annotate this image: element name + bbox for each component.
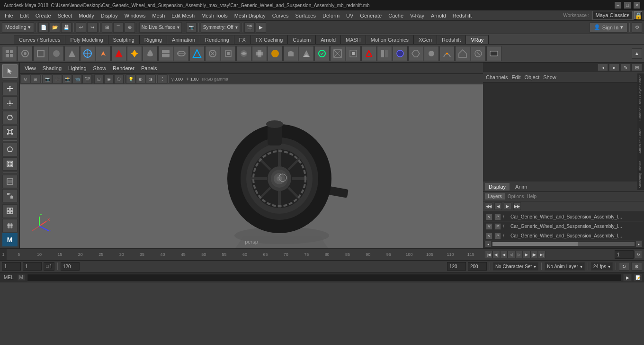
shelf-icon-16[interactable]: [236, 46, 251, 61]
cb-layer-editor-label[interactable]: Channel Box / Layer Editor: [637, 73, 644, 123]
shelf-tab-xgen[interactable]: XGen: [414, 35, 437, 44]
menu-arnold[interactable]: Arnold: [428, 12, 449, 19]
shelf-icon-24[interactable]: [361, 46, 376, 61]
layer-p-btn-2[interactable]: P: [494, 223, 501, 230]
shelf-icon-25[interactable]: [377, 46, 392, 61]
vp-icon-lights[interactable]: 💡: [126, 74, 135, 84]
go-end-btn[interactable]: ▶|: [538, 251, 546, 258]
shelf-icon-10[interactable]: [143, 46, 158, 61]
vp-icon-shaded[interactable]: ◉: [104, 74, 114, 84]
modeling-toolkit-label[interactable]: Modeling Toolkit: [637, 159, 644, 190]
layer-p-btn-3[interactable]: P: [494, 233, 501, 239]
menu-mesh[interactable]: Mesh: [149, 12, 168, 19]
mel-python-toggle[interactable]: M: [18, 274, 25, 281]
vp-icon-shadows[interactable]: ◐: [136, 74, 145, 84]
timeline-ruler[interactable]: 5 10 15 20 25 30 35 40 45 50 55 60 65 70…: [7, 249, 483, 260]
maximize-button[interactable]: □: [624, 2, 631, 9]
shelf-icon-15[interactable]: [221, 46, 236, 61]
script-editor-btn[interactable]: 📝: [634, 274, 642, 281]
open-scene-btn[interactable]: 📂: [50, 22, 60, 33]
shelf-icon-32[interactable]: [486, 46, 501, 61]
camera-btn[interactable]: 📷: [186, 22, 197, 33]
mel-enter-btn[interactable]: ▶: [623, 274, 632, 281]
vp-icon-home[interactable]: ⊙: [21, 74, 30, 84]
menu-create[interactable]: Create: [33, 12, 54, 19]
menu-redshift[interactable]: Redshift: [450, 12, 474, 19]
cb-object-tab[interactable]: Object: [524, 74, 539, 80]
save-scene-btn[interactable]: 💾: [61, 22, 72, 33]
vp-icon-camera3[interactable]: 📸: [63, 74, 72, 84]
workspace-lock[interactable]: 🔒: [634, 11, 642, 20]
shelf-tab-rendering[interactable]: Rendering: [200, 35, 234, 44]
live-surface-dropdown[interactable]: No Live Surface ▾: [139, 22, 182, 33]
vp-icon-camera1[interactable]: 📷: [43, 74, 52, 84]
layer-v-btn-2[interactable]: V: [486, 223, 492, 230]
anim-layer-dropdown[interactable]: No Anim Layer ▾: [545, 262, 585, 271]
menu-select[interactable]: Select: [55, 12, 75, 19]
shelf-icon-26[interactable]: [393, 46, 408, 61]
shelf-icon-22[interactable]: [330, 46, 345, 61]
vp-icon-camera5[interactable]: 🎬: [82, 74, 92, 84]
help-tab[interactable]: Help: [527, 194, 537, 199]
cb-show-tab[interactable]: Show: [543, 74, 556, 80]
play-fwd-btn[interactable]: ▷: [515, 251, 523, 258]
play-back-btn[interactable]: ◁: [508, 251, 515, 258]
shelf-icon-17[interactable]: [252, 46, 267, 61]
vp-menu-show[interactable]: Show: [90, 64, 109, 72]
layer-p-btn-1[interactable]: P: [494, 214, 501, 220]
playback-end-field[interactable]: 120: [447, 262, 466, 271]
menu-vray[interactable]: V-Ray: [407, 12, 427, 19]
menu-uv[interactable]: UV: [343, 12, 356, 19]
options-tab[interactable]: Options: [508, 194, 524, 199]
layer-row-3[interactable]: V P / Car_Generic_Wheel_and_Suspension_A…: [484, 231, 643, 241]
shelf-icon-11[interactable]: [158, 46, 173, 61]
shelf-icon-30[interactable]: [455, 46, 470, 61]
total-frames-field[interactable]: 200: [468, 262, 487, 271]
vp-icon-frame-all[interactable]: ⊞: [31, 74, 40, 84]
vp-icon-grid[interactable]: ⋮: [158, 74, 167, 84]
grid-tool[interactable]: [2, 219, 18, 232]
layer-scroll-next[interactable]: ▶: [504, 202, 511, 210]
panel-icon-1[interactable]: ◂: [598, 64, 608, 71]
shelf-icon-3[interactable]: [33, 46, 48, 61]
vp-menu-renderer[interactable]: Renderer: [110, 64, 137, 72]
shelf-scroll-up[interactable]: ▲: [632, 48, 642, 59]
go-start-btn[interactable]: |◀: [485, 251, 492, 258]
shelf-icon-29[interactable]: [439, 46, 455, 61]
shelf-tab-custom[interactable]: Custom: [288, 35, 316, 44]
vp-icon-wireframe[interactable]: ⊡: [94, 74, 104, 84]
shelf-tab-rigging[interactable]: Rigging: [140, 35, 167, 44]
menu-curves[interactable]: Curves: [269, 12, 292, 19]
snap-curve-btn[interactable]: ⌒: [113, 22, 124, 33]
shelf-icon-5[interactable]: [64, 46, 80, 61]
vp-menu-panels[interactable]: Panels: [138, 64, 160, 72]
menu-windows[interactable]: Windows: [122, 12, 149, 19]
menu-edit[interactable]: Edit: [17, 12, 32, 19]
vp-icon-camera2[interactable]: 🎥: [53, 74, 62, 84]
layer-hscroll-thumb[interactable]: [492, 242, 578, 246]
panel-icon-2[interactable]: ▸: [609, 64, 619, 71]
shelf-icon-7[interactable]: [96, 46, 111, 61]
shelf-icon-14[interactable]: [205, 46, 220, 61]
shelf-icon-13[interactable]: [189, 46, 205, 61]
shelf-tab-sculpting[interactable]: Sculpting: [108, 35, 140, 44]
layer-row-1[interactable]: V P / Car_Generic_Wheel_and_Suspension_A…: [484, 212, 643, 222]
layer-row-2[interactable]: V P / Car_Generic_Wheel_and_Suspension_A…: [484, 222, 643, 231]
snap-tool[interactable]: [2, 189, 18, 202]
shelf-tab-poly-modeling[interactable]: Poly Modeling: [65, 35, 108, 44]
panel-icon-3[interactable]: ✎: [620, 64, 631, 71]
shelf-icon-2[interactable]: [18, 46, 33, 61]
shelf-icon-21[interactable]: [314, 46, 330, 61]
viewport-options-tool[interactable]: [2, 204, 18, 218]
shelf-tab-animation[interactable]: Animation: [167, 35, 200, 44]
vp-menu-view[interactable]: View: [22, 64, 39, 72]
rotate-tool[interactable]: [2, 111, 18, 124]
menu-cache[interactable]: Cache: [385, 12, 406, 19]
undo-btn[interactable]: ↩: [76, 22, 86, 33]
snap-grid-btn[interactable]: ⊞: [102, 22, 112, 33]
layer-scroll-prev[interactable]: ◀: [494, 202, 502, 210]
attr-editor-label[interactable]: Attribute Editor: [637, 127, 644, 155]
shelf-icon-8[interactable]: [111, 46, 126, 61]
prev-key-btn[interactable]: ◀|: [492, 251, 500, 258]
prev-frame-btn[interactable]: ◀: [500, 251, 508, 258]
